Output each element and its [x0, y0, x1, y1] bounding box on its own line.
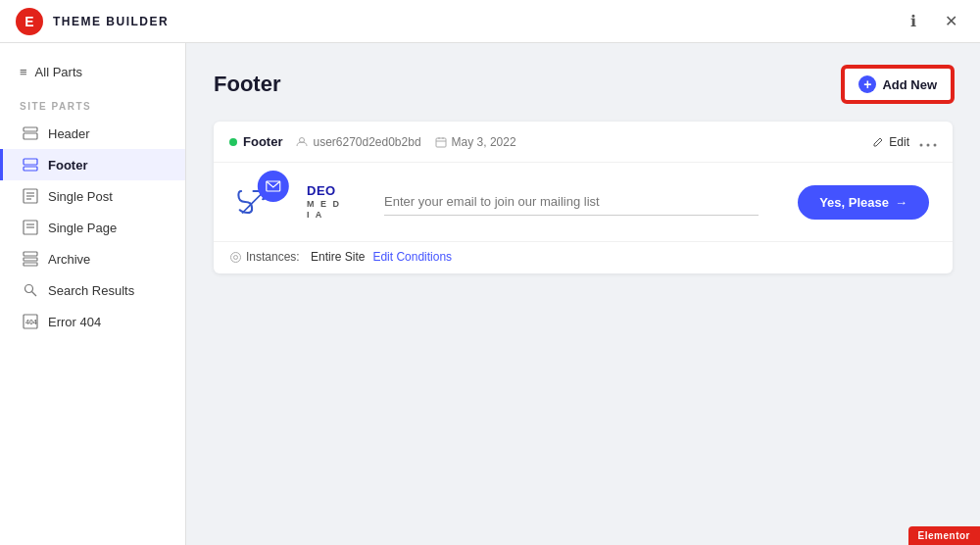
svg-rect-0	[24, 127, 37, 131]
footer-card-meta: Footer user6270d2ed0b2bd	[229, 134, 516, 149]
brand-name-line2: M E D I A	[307, 199, 345, 221]
close-icon: ✕	[945, 12, 957, 30]
info-button[interactable]: ℹ	[900, 8, 927, 35]
instances-value: Entire Site	[311, 250, 365, 264]
sidebar-item-single-page-label: Single Page	[48, 221, 117, 235]
subscribe-button[interactable]: Yes, Please →	[798, 185, 929, 220]
svg-point-14	[25, 285, 33, 293]
envelope-icon	[266, 180, 281, 192]
plus-icon: +	[858, 75, 876, 93]
email-icon	[258, 171, 289, 202]
subscribe-label: Yes, Please	[819, 195, 889, 210]
brand-name-line1: DEO	[307, 183, 345, 199]
all-parts-link[interactable]: ≡ All Parts	[0, 59, 185, 85]
close-button[interactable]: ✕	[937, 8, 964, 35]
svg-text:404: 404	[25, 319, 37, 325]
instances-icon	[229, 251, 242, 264]
all-parts-label: All Parts	[35, 65, 82, 79]
brand-text: DEO M E D I A	[307, 183, 345, 220]
sidebar-item-footer[interactable]: Footer	[0, 149, 185, 180]
sidebar: ≡ All Parts SITE PARTS Header Footer	[0, 43, 186, 545]
footer-card: Footer user6270d2ed0b2bd	[214, 122, 953, 273]
footer-date-meta: May 3, 2022	[435, 135, 516, 149]
sidebar-item-header[interactable]: Header	[0, 118, 185, 149]
svg-rect-11	[24, 252, 37, 256]
footer-logo-area: DEO M E D I A	[237, 182, 345, 222]
topbar-left: E THEME BUILDER	[16, 8, 169, 35]
footer-user-meta: user6270d2ed0b2bd	[296, 135, 420, 149]
user-icon	[296, 136, 308, 148]
footer-preview: DEO M E D I A Yes, Please →	[214, 163, 953, 241]
sidebar-item-archive[interactable]: Archive	[0, 243, 185, 274]
sidebar-item-single-post[interactable]: Single Post	[0, 180, 185, 212]
svg-rect-3	[24, 167, 37, 171]
svg-point-27	[234, 255, 238, 259]
header-icon	[23, 125, 38, 141]
topbar-actions: ℹ ✕	[900, 8, 964, 35]
single-page-icon	[23, 220, 38, 235]
info-icon: ℹ	[910, 12, 916, 30]
page-title: Footer	[214, 72, 280, 97]
sidebar-item-footer-label: Footer	[48, 158, 87, 173]
more-icon	[919, 143, 937, 147]
svg-point-23	[920, 144, 923, 147]
sidebar-item-single-page[interactable]: Single Page	[0, 212, 185, 243]
footer-user-name: user6270d2ed0b2bd	[313, 135, 420, 149]
calendar-icon	[435, 136, 447, 148]
theme-builder-logo: E	[16, 8, 43, 35]
add-new-button[interactable]: + Add New	[843, 67, 953, 102]
search-results-icon	[23, 282, 38, 298]
error-404-icon: 404	[23, 314, 38, 329]
sidebar-item-search-results[interactable]: Search Results	[0, 274, 185, 306]
sidebar-item-single-post-label: Single Post	[48, 189, 113, 204]
sidebar-item-error-404-label: Error 404	[48, 315, 101, 329]
footer-date: May 3, 2022	[452, 135, 516, 149]
email-input[interactable]	[384, 188, 759, 216]
edit-conditions-link[interactable]: Edit Conditions	[372, 250, 452, 264]
svg-rect-2	[24, 159, 37, 165]
edit-label: Edit	[889, 135, 909, 149]
svg-point-28	[231, 252, 241, 262]
sidebar-item-header-label: Header	[48, 126, 90, 141]
svg-line-15	[32, 292, 37, 297]
sidebar-item-error-404[interactable]: 404 Error 404	[0, 306, 185, 337]
add-new-label: Add New	[882, 77, 937, 92]
topbar: E THEME BUILDER ℹ ✕	[0, 0, 980, 43]
archive-icon	[23, 251, 38, 267]
edit-icon	[872, 136, 884, 148]
svg-rect-1	[24, 133, 37, 139]
svg-rect-13	[24, 263, 37, 266]
footer-card-header: Footer user6270d2ed0b2bd	[214, 122, 953, 163]
elementor-footer-bar: Elementor	[908, 526, 980, 545]
sidebar-item-search-results-label: Search Results	[48, 283, 134, 298]
site-parts-section-label: SITE PARTS	[0, 93, 185, 118]
topbar-title: THEME BUILDER	[53, 15, 169, 28]
svg-point-25	[934, 144, 937, 147]
layout: ≡ All Parts SITE PARTS Header Footer	[0, 43, 980, 545]
main-content: Footer + Add New Footer	[186, 43, 980, 545]
arrow-icon: →	[895, 195, 907, 210]
svg-point-24	[927, 144, 930, 147]
svg-rect-19	[436, 138, 446, 147]
footer-icon	[23, 157, 38, 173]
sidebar-item-archive-label: Archive	[48, 252, 90, 267]
status-dot	[229, 138, 237, 146]
main-header: Footer + Add New	[214, 67, 953, 102]
instances-label: Instances:	[246, 250, 300, 264]
footer-card-name: Footer	[229, 134, 282, 149]
more-options-button[interactable]	[919, 131, 937, 152]
single-post-icon	[23, 188, 38, 204]
edit-button[interactable]: Edit	[872, 135, 909, 149]
footer-card-actions: Edit	[872, 131, 937, 152]
menu-icon: ≡	[20, 65, 27, 79]
svg-rect-12	[24, 258, 37, 261]
footer-instances: Instances: Entire Site Edit Conditions	[214, 241, 953, 273]
